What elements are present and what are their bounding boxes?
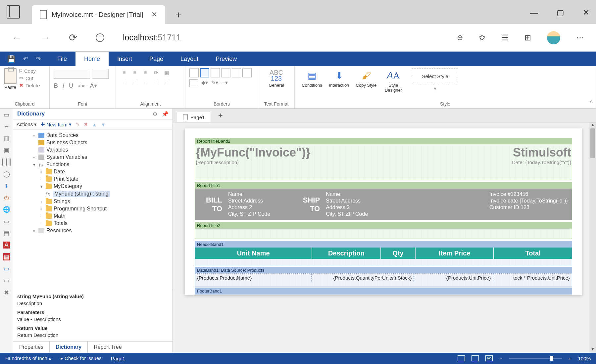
browser-panel-icon[interactable] [7, 5, 20, 19]
new-tab-button[interactable]: ＋ [171, 7, 186, 23]
date-expression[interactable]: Date: {Today.ToString("Y")} [512, 159, 571, 165]
window-maximize-icon[interactable]: ▢ [557, 8, 564, 17]
invoice-info[interactable]: Invoice #123456Invoice date {Today.ToStr… [489, 191, 568, 217]
tab-insert[interactable]: Insert [109, 52, 141, 66]
band-tool-icon[interactable]: ▭ [4, 265, 9, 272]
crosstab-tool-icon[interactable]: ▦ [3, 253, 10, 260]
favorite-icon[interactable]: ✩ [479, 33, 485, 42]
scroll-up-icon[interactable]: ▲ [589, 122, 596, 128]
component-tool-icon[interactable]: ▭ [4, 277, 9, 284]
view-mode-3-icon[interactable]: 100 [485, 355, 493, 361]
site-info-icon[interactable]: i [96, 33, 104, 42]
tab-properties[interactable]: Properties [13, 341, 49, 353]
tree-node-myfunc[interactable]: ƒxMyFunc (string) : string [13, 190, 173, 198]
dictionary-tree[interactable]: ▫Data Sources Business Objects Variables… [13, 130, 173, 290]
bold-button[interactable]: B [54, 82, 58, 89]
cut-button[interactable]: ✂Cut [19, 75, 40, 81]
zoom-slider[interactable] [509, 358, 562, 359]
page-tab-1[interactable]: Page1 [177, 112, 211, 122]
report-page[interactable]: ReportTitleBand2 {MyFunc("Invoice")} Sti… [185, 128, 582, 295]
favorites-list-icon[interactable]: ☰ [501, 33, 509, 42]
strike-button[interactable]: abc [78, 83, 85, 88]
header-row[interactable]: Unit Name Description Qty Item Price Tot… [195, 248, 572, 259]
subreport-tool-icon[interactable]: A [3, 242, 10, 249]
table-tool-icon[interactable]: ▤ [4, 230, 9, 237]
browser-tab[interactable]: MyInvoice.mrt - Designer [Trial] ✕ [32, 5, 165, 24]
conditions-button[interactable]: ▤Conditions [299, 68, 325, 88]
border-presets[interactable] [189, 68, 252, 77]
dictionary-pin-icon[interactable]: 📌 [162, 111, 169, 117]
chart-tool-icon[interactable]: ⫾ [5, 182, 8, 189]
ship-to-address[interactable]: NameStreet AddressAddress 2City, ST ZIP … [326, 191, 368, 217]
hand-tool-icon[interactable]: ↔ [4, 123, 10, 130]
gauge-tool-icon[interactable]: ◷ [4, 194, 9, 201]
save-icon[interactable]: 💾 [7, 55, 16, 63]
zoom-in-button[interactable]: + [569, 356, 571, 361]
text-tool-icon[interactable]: ▥ [4, 135, 9, 142]
paste-button[interactable]: Paste [4, 68, 17, 90]
zoom-out-icon[interactable]: ⊖ [457, 33, 463, 42]
tab-dictionary[interactable]: Dictionary [49, 341, 88, 353]
shape-tool-icon[interactable]: ◯ [3, 170, 10, 178]
underline-button[interactable]: U [69, 82, 73, 89]
style-designer-button[interactable]: AAStyle Designer [380, 68, 407, 93]
actions-menu[interactable]: Actions ▾ [17, 121, 37, 127]
pointer-tool-icon[interactable]: ▭ [4, 111, 9, 118]
zoom-out-button[interactable]: − [499, 356, 502, 361]
delete-button[interactable]: ✖Delete [19, 82, 40, 88]
title-expression[interactable]: {MyFunc("Invoice")} [196, 146, 513, 159]
units-button[interactable]: Hundredths of Inch ▴ [5, 355, 51, 361]
edit-item-icon[interactable]: ✎ [75, 121, 80, 127]
interaction-button[interactable]: ⬇Interaction [326, 68, 352, 88]
ship-to-label[interactable]: SHIP TO [297, 191, 326, 217]
bill-to-label[interactable]: BILL TO [199, 191, 228, 217]
tab-home[interactable]: Home [75, 52, 109, 66]
style-dropdown-icon[interactable]: ▾ [412, 85, 458, 92]
copy-button[interactable]: ⎘Copy [19, 68, 40, 74]
tab-file[interactable]: File [49, 52, 75, 66]
border-color-button[interactable]: ✎▾ [211, 79, 218, 87]
barcode-tool-icon[interactable]: ┃┃┃ [1, 159, 12, 166]
report-description[interactable]: {ReportDescription} [196, 159, 512, 165]
window-minimize-icon[interactable]: — [530, 8, 538, 17]
tab-layout[interactable]: Layout [172, 52, 207, 66]
brand-text[interactable]: Stimulsoft [513, 146, 571, 159]
map-tool-icon[interactable]: 🌐 [3, 206, 10, 213]
check-issues-button[interactable]: ▸ Check for Issues [61, 355, 102, 361]
component-toolbar[interactable]: ▭ ↔ ▥ ▣ ┃┃┃ ◯ ⫾ ◷ 🌐 ▭ ▤ A ▦ ▭ ▭ ✖ [0, 109, 13, 353]
copy-style-button[interactable]: 🖌Copy Style [353, 68, 379, 88]
dictionary-settings-icon[interactable]: ⚙ [153, 111, 157, 117]
redo-icon[interactable]: ↷ [36, 55, 41, 63]
close-tab-icon[interactable]: ✕ [151, 10, 157, 19]
italic-button[interactable]: I [63, 82, 64, 89]
more-icon[interactable]: ⋯ [576, 33, 584, 42]
collections-icon[interactable]: ⊞ [524, 33, 531, 42]
refresh-button[interactable]: ⟳ [69, 32, 77, 43]
toolbox-config-icon[interactable]: ✖ [4, 289, 9, 296]
panel-tool-icon[interactable]: ▭ [4, 218, 9, 225]
border-style-button[interactable]: ─▾ [222, 79, 228, 87]
select-style-button[interactable]: Select Style [412, 68, 458, 84]
tab-preview[interactable]: Preview [207, 52, 245, 66]
fill-color-button[interactable]: ◆▾ [201, 79, 208, 87]
window-close-icon[interactable]: ✕ [583, 8, 589, 17]
move-down-icon[interactable]: ▼ [101, 122, 106, 127]
view-mode-2-icon[interactable] [472, 355, 479, 361]
address-bar[interactable]: localhost:51711 [123, 33, 181, 42]
new-item-menu[interactable]: ✚New Item ▾ [41, 121, 71, 127]
back-button[interactable]: ← [12, 32, 22, 43]
delete-item-icon[interactable]: ✖ [84, 121, 88, 127]
tab-page[interactable]: Page [141, 52, 172, 66]
scroll-thumb[interactable] [590, 128, 595, 158]
vertical-scrollbar[interactable]: ▲ ▼ [589, 122, 596, 353]
alignment-grid[interactable]: ≡≡≡⟳▦ ≡≡≡≡≡ [120, 68, 171, 87]
undo-icon[interactable]: ↶ [23, 55, 28, 63]
border-all-button[interactable] [189, 79, 198, 87]
add-page-button[interactable]: ＋ [212, 108, 229, 122]
bill-to-address[interactable]: NameStreet AddressAddress 2City, ST ZIP … [228, 191, 270, 217]
tab-report-tree[interactable]: Report Tree [88, 341, 127, 353]
font-size-select[interactable] [92, 69, 109, 79]
font-color-button[interactable]: A▾ [90, 82, 97, 89]
profile-avatar[interactable] [547, 31, 560, 44]
data-row[interactable]: {Products.ProductName} {Products.Quantit… [195, 273, 572, 282]
